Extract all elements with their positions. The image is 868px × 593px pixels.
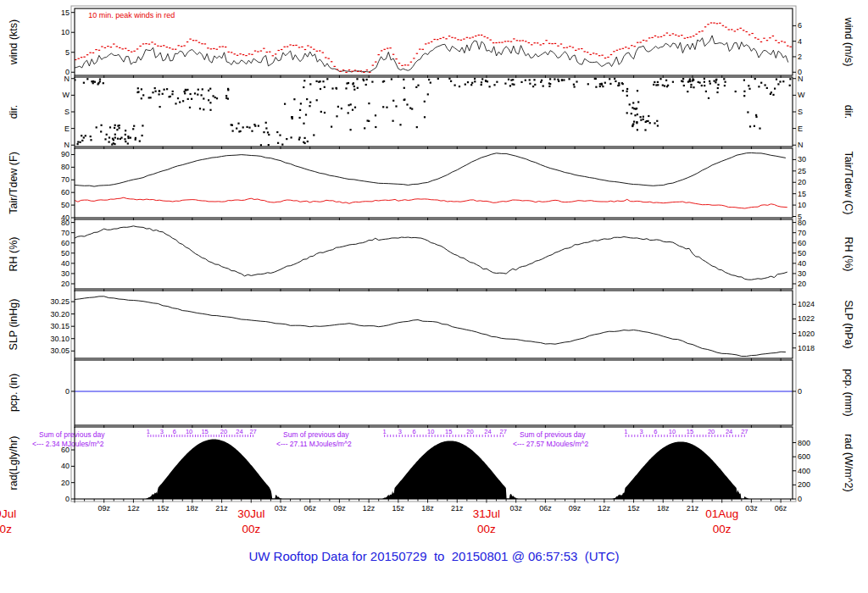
wind-direction-point [772, 94, 774, 96]
y-tick-label: 600 [798, 452, 810, 461]
wind-direction-point [509, 85, 511, 86]
wind-direction-point [626, 95, 628, 97]
wind-direction-point [350, 103, 352, 105]
wind-direction-point [760, 82, 762, 84]
wind-direction-point [395, 105, 397, 107]
peak-wind-series-dot [551, 43, 553, 44]
axis-label-left-wind: wind (kts) [8, 19, 19, 65]
wind-direction-point [175, 103, 176, 104]
wind-direction-point [137, 87, 139, 89]
peak-wind-series-dot [487, 37, 488, 38]
wind-direction-point [227, 88, 229, 90]
wind-direction-point [428, 79, 430, 80]
wind-direction-point [704, 85, 705, 86]
time-tick-label: 15z [627, 504, 640, 513]
peak-wind-series-dot [169, 47, 170, 48]
date-label: 00z [242, 523, 260, 535]
y-tick-label: N [798, 141, 804, 149]
wind-direction-point [309, 105, 310, 107]
wind-direction-point [155, 91, 157, 92]
peak-wind-series-dot [472, 36, 474, 37]
y-tick-label: 80 [798, 219, 806, 227]
wind-direction-point [755, 116, 757, 118]
peak-wind-series-dot [693, 36, 694, 36]
peak-wind-series-dot [366, 69, 368, 70]
wind-direction-point [363, 80, 364, 81]
peak-wind-series-dot [328, 58, 330, 59]
peak-wind-series-dot [292, 45, 294, 46]
wind-direction-point [96, 126, 97, 128]
y-tick-label: W [63, 91, 70, 99]
wind-direction-point [320, 88, 321, 90]
solar-radiation-curve [381, 441, 519, 499]
wind-direction-point [640, 116, 642, 118]
peak-wind-series-dot [101, 46, 103, 47]
wind-direction-point [725, 81, 726, 83]
wind-direction-point [743, 95, 745, 97]
peak-wind-series-dot [772, 36, 774, 36]
peak-wind-series-dot [672, 33, 674, 34]
y-tick-label: S [64, 108, 70, 116]
y-tick-label: 1020 [798, 330, 815, 338]
y-tick-label: 50 [61, 249, 70, 258]
rad-ruler-label: 10 [427, 428, 434, 435]
wind-direction-point [759, 128, 760, 130]
y-tick-label: 90 [61, 150, 70, 158]
wind-direction-point [709, 80, 710, 82]
wind-direction-point [656, 120, 658, 122]
peak-wind-series-dot [613, 51, 615, 52]
wind-direction-point [309, 83, 311, 85]
rad-ruler-label: 27 [499, 428, 506, 435]
wind-direction-point [141, 97, 142, 99]
time-tick-label: 09z [333, 504, 346, 513]
rad-ruler-label: 20 [708, 428, 715, 435]
wind-direction-point [127, 136, 129, 137]
wind-direction-point [90, 136, 92, 137]
peak-wind-series-dot [557, 46, 559, 47]
rad-sum-annotation: Sum of previous day [520, 430, 586, 439]
peak-wind-series-dot [275, 53, 276, 54]
peak-wind-series-dot [410, 62, 412, 63]
wind-direction-point [189, 107, 191, 108]
peak-wind-series-dot [148, 44, 150, 45]
rad-ruler-label: 10 [186, 428, 192, 435]
wind-direction-point [715, 81, 716, 83]
peak-wind-series-dot [657, 36, 659, 37]
wind-direction-point [336, 115, 337, 117]
peak-wind-series-dot [504, 41, 506, 42]
wind-direction-point [184, 91, 186, 92]
peak-wind-series-dot [181, 46, 182, 47]
wind-direction-point [724, 85, 726, 86]
time-tick-label: 06z [775, 504, 787, 513]
peak-winds-note: 10 min. peak winds in red [88, 11, 175, 19]
axis-label-left-temp: Tair/Tdew (F) [8, 152, 19, 214]
peak-wind-series-dot [463, 39, 465, 40]
wind-direction-point [136, 91, 138, 93]
peak-wind-series-dot [113, 43, 114, 44]
peak-wind-series-dot [310, 47, 312, 47]
axis-label-left-slp: SLP (inHg) [8, 299, 19, 351]
y-tick-label: 4 [798, 37, 802, 46]
wind-direction-point [179, 102, 181, 103]
peak-wind-series-dot [145, 43, 147, 44]
y-tick-label: S [798, 108, 803, 116]
peak-wind-series-dot [651, 37, 653, 38]
wind-direction-point [637, 129, 638, 130]
wind-direction-point [265, 122, 267, 124]
wind-direction-point [247, 126, 248, 128]
peak-wind-series-dot [86, 54, 88, 55]
wind-direction-point [112, 138, 114, 140]
peak-wind-series-dot [710, 22, 712, 23]
axis-label-left-dir: dir. [8, 105, 19, 119]
y-tick-label: 800 [798, 439, 810, 447]
wind-direction-point [142, 94, 144, 96]
peak-wind-series-dot [507, 41, 509, 42]
peak-wind-series-dot [560, 43, 562, 44]
peak-wind-series-dot [457, 39, 459, 40]
peak-wind-series-dot [131, 52, 132, 53]
slp-series [75, 296, 786, 357]
peak-wind-series-dot [401, 65, 403, 66]
peak-wind-series-dot [501, 42, 503, 43]
peak-wind-series-dot [495, 42, 497, 43]
peak-wind-series-dot [231, 52, 232, 53]
